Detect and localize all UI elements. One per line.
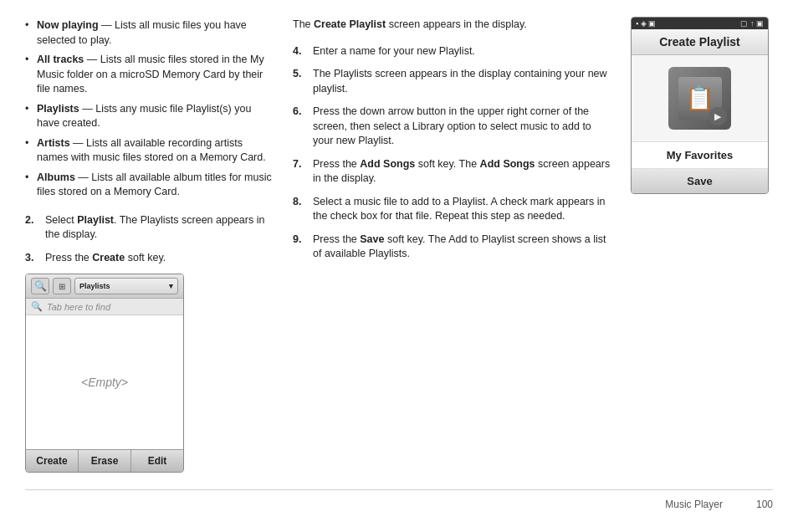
phone-search-bar: 🔍 Tab here to find [26,299,183,315]
footer-page-number: 100 [756,499,773,510]
step-9: 9. Press the Save soft key. The Add to P… [293,233,614,262]
dropdown-arrow-icon: ▾ [169,282,173,290]
step-6: 6. Press the down arrow button in the up… [293,105,614,149]
playlist-name: My Favorites [632,142,768,169]
step-9-num: 9. [293,233,306,262]
search-bar-icon: 🔍 [31,301,43,312]
step-3: 3. Press the Create soft key. [25,251,276,266]
step-2-num: 2. [25,213,38,243]
play-circle-icon: ▶ [708,107,727,125]
grid-toolbar-icon[interactable]: ⊞ [53,278,71,294]
save-soft-key[interactable]: Save [632,169,768,193]
bullet-label-now-playing: Now playing [37,19,99,31]
step-3-text: Press the Create soft key. [45,251,166,266]
create-playlist-intro: The Create Playlist screen appears in th… [293,17,614,33]
bullet-label-playlists: Playlists [37,103,79,115]
create-button[interactable]: Create [26,450,79,472]
step-7-text: Press the Add Songs soft key. The Add So… [313,157,614,187]
step-2-text: Select Playlist. The Playlists screen ap… [45,213,276,243]
bullet-artists: Artists — Lists all available recording … [25,135,276,169]
bullet-all-tracks: All tracks — Lists all music files store… [25,51,276,100]
bullet-playlists: Playlists — Lists any music file Playlis… [25,100,276,135]
step-9-text: Press the Save soft key. The Add to Play… [313,233,614,262]
playlist-doc-icon: 📋 [685,84,714,112]
steps-list-left: 2. Select Playlist. The Playlists screen… [25,213,276,266]
step-5: 5. The Playlists screen appears in the d… [293,67,614,96]
edit-button[interactable]: Edit [131,450,183,472]
bullet-label-albums: Albums [37,171,75,183]
playlist-icon-box: 📋 ▶ [668,67,731,130]
phone-screen-title: Create Playlist [632,29,768,55]
status-left-icons: ▪ ◈ ▣ [636,19,656,28]
phone-toolbar: 🔍 ⊞ Playlists ▾ [26,274,183,299]
middle-column: The Create Playlist screen appears in th… [293,17,614,473]
step-8: 8. Select a music file to add to a Playl… [293,195,614,224]
search-bar-placeholder[interactable]: Tab here to find [47,302,110,312]
step-4-text: Enter a name for your new Playlist. [313,44,475,59]
step-8-text: Select a music file to add to a Playlist… [313,195,614,224]
step-4-num: 4. [293,44,306,59]
bullet-label-artists: Artists [37,137,70,149]
status-right-icons: ▢ ↑ ▣ [740,19,764,28]
step-7: 7. Press the Add Songs soft key. The Add… [293,157,614,187]
playlist-image-area: 📋 ▶ [632,55,768,142]
bullet-label-all-tracks: All tracks [37,54,84,65]
playlists-dropdown-label: Playlists [79,282,110,290]
phone-mockup: 🔍 ⊞ Playlists ▾ 🔍 Tab here to find <Empt… [25,274,184,473]
right-phone-mockup: ▪ ◈ ▣ ▢ ↑ ▣ Create Playlist 📋 ▶ My Favor… [631,17,769,194]
phone-buttons: Create Erase Edit [26,449,183,472]
bullet-albums: Albums — Lists all available album title… [25,169,276,203]
search-toolbar-icon[interactable]: 🔍 [31,278,49,294]
bullet-list: Now playing — Lists all music files you … [25,17,276,203]
phone-content-empty: <Empty> [26,315,183,449]
step-5-text: The Playlists screen appears in the disp… [313,67,614,96]
right-column: ▪ ◈ ▣ ▢ ↑ ▣ Create Playlist 📋 ▶ My Favor… [631,17,773,473]
bullet-now-playing: Now playing — Lists all music files you … [25,17,276,51]
step-4: 4. Enter a name for your new Playlist. [293,44,614,59]
step-5-num: 5. [293,67,306,96]
footer-section: Music Player [665,499,723,510]
page-container: Now playing — Lists all music files you … [25,17,773,473]
steps-list-middle: 4. Enter a name for your new Playlist. 5… [293,44,614,262]
left-column: Now playing — Lists all music files you … [25,17,276,473]
step-8-num: 8. [293,195,306,224]
bullet-text-artists: — Lists all available recording artists … [37,137,266,164]
phone-status-bar: ▪ ◈ ▣ ▢ ↑ ▣ [632,18,768,29]
step-6-num: 6. [293,105,306,149]
step-3-num: 3. [25,251,38,266]
footer-text: Music Player 100 [665,499,773,510]
step-2: 2. Select Playlist. The Playlists screen… [25,213,276,243]
playlists-dropdown[interactable]: Playlists ▾ [74,278,178,294]
step-6-text: Press the down arrow button in the upper… [313,105,614,149]
erase-button[interactable]: Erase [79,450,131,472]
page-footer: Music Player 100 [25,489,773,510]
empty-label: <Empty> [81,376,128,389]
step-7-num: 7. [293,157,306,187]
